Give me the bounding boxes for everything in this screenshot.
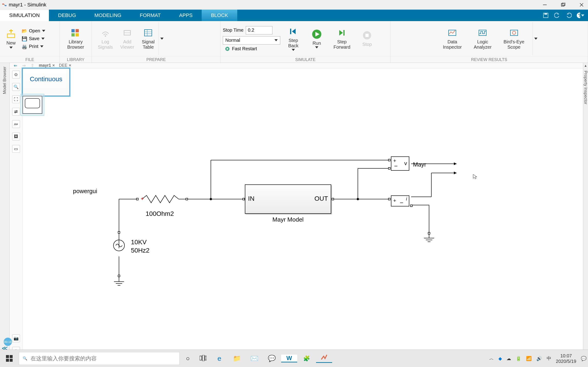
- model-browser-stub[interactable]: Model Browser ≪: [0, 63, 10, 355]
- start-button[interactable]: [1, 352, 17, 365]
- data-inspector-button[interactable]: Data Inspector: [439, 27, 465, 51]
- tray-battery-icon[interactable]: 🔋: [516, 356, 521, 361]
- redo-button[interactable]: [565, 11, 573, 19]
- area-button[interactable]: ▭: [12, 145, 20, 153]
- save-button[interactable]: 💾Save: [20, 35, 47, 42]
- zoom-button[interactable]: 🔍: [12, 83, 20, 91]
- run-button[interactable]: Run: [306, 28, 327, 49]
- mayr-model-block[interactable]: IN OUT: [245, 184, 331, 214]
- section-library-label: LIBRARY: [60, 56, 92, 63]
- search-input[interactable]: [31, 355, 176, 362]
- mayr-out-port[interactable]: [332, 198, 334, 200]
- mayr-in-port[interactable]: [242, 198, 245, 200]
- tab-simulation[interactable]: SIMULATION: [0, 10, 49, 21]
- resistor-port-2[interactable]: [186, 198, 188, 200]
- fit-to-screen-button[interactable]: ⛶: [12, 95, 20, 103]
- tab-modeling[interactable]: MODELING: [85, 10, 130, 21]
- recording-badge[interactable]: 00:18: [4, 338, 12, 346]
- vmeas-plus-port[interactable]: [388, 159, 390, 161]
- powergui-block[interactable]: Continuous ⤳: [23, 68, 69, 96]
- close-button[interactable]: [577, 1, 586, 8]
- powergui-label: powergui: [61, 188, 109, 195]
- matlab-icon[interactable]: [316, 354, 332, 363]
- undo-button[interactable]: [553, 11, 561, 19]
- step-back-button[interactable]: Step Back: [283, 25, 304, 52]
- maximize-button[interactable]: [559, 1, 568, 8]
- new-icon: [6, 29, 16, 39]
- scroll-up-icon[interactable]: ▲: [583, 63, 588, 68]
- tray-ime[interactable]: 中: [547, 355, 551, 361]
- tray-clock[interactable]: 10:07 2020/5/19: [556, 353, 576, 364]
- current-measurement-block[interactable]: +−i: [391, 195, 409, 206]
- vmeas-label: Mayr: [413, 161, 426, 168]
- new-button[interactable]: New: [2, 28, 20, 50]
- fit-view-button[interactable]: ⊙: [12, 71, 20, 78]
- svg-rect-34: [343, 30, 345, 35]
- tab-apps[interactable]: APPS: [170, 10, 202, 21]
- title-bar: mayr1 - Simulink: [0, 0, 588, 10]
- task-view-button[interactable]: [196, 355, 210, 362]
- tray-onedrive-icon[interactable]: ◆: [498, 356, 502, 361]
- annotation-button[interactable]: A≡: [12, 120, 20, 128]
- cortana-button[interactable]: ○: [181, 355, 195, 362]
- edge-icon[interactable]: e: [211, 355, 227, 362]
- explorer-icon[interactable]: 📁: [229, 355, 245, 362]
- doctab-dee[interactable]: DEE×: [58, 63, 72, 68]
- diagram-canvas[interactable]: Continuous ⤳ powergui 100Ohm2 + 10KV 50H…: [23, 68, 578, 355]
- source-port-bot[interactable]: [118, 275, 120, 277]
- birdseye-button[interactable]: Bird's-Eye Scope: [500, 27, 528, 51]
- nav-fwd: ⇒: [21, 63, 27, 68]
- print-button[interactable]: 🖨️Print: [20, 43, 47, 50]
- wps-icon[interactable]: W: [281, 355, 297, 362]
- nav-back[interactable]: ⇐: [12, 63, 19, 68]
- wechat-icon[interactable]: 💬: [264, 355, 280, 362]
- step-forward-button[interactable]: Step Forward: [330, 27, 354, 51]
- save-quick-button[interactable]: [542, 11, 550, 19]
- simulink-icon: [2, 2, 7, 7]
- doctab-mayr1[interactable]: mayr1×: [38, 63, 56, 68]
- close-icon[interactable]: ×: [69, 63, 71, 68]
- svg-rect-69: [6, 359, 9, 362]
- property-inspector-stub[interactable]: ▲ Property Inspector: [583, 63, 588, 355]
- log-signals-button: Log Signals: [94, 27, 117, 51]
- tray-notifications-icon[interactable]: 💬: [581, 356, 587, 361]
- open-button[interactable]: 📂Open: [20, 27, 47, 34]
- tab-debug[interactable]: DEBUG: [49, 10, 85, 21]
- tray-volume-icon[interactable]: 🔊: [536, 356, 542, 361]
- tray-wifi-icon[interactable]: 📶: [526, 356, 532, 361]
- sample-time-button[interactable]: ⇄: [12, 108, 20, 116]
- image-button[interactable]: 🖼: [12, 133, 20, 140]
- section-review-label: REVIEW RESULTS: [390, 56, 588, 63]
- scope-block[interactable]: [23, 96, 42, 114]
- review-gallery-dropdown[interactable]: [533, 22, 539, 55]
- taskbar-search[interactable]: 🔍: [19, 352, 180, 365]
- mail-icon[interactable]: ✉️: [246, 355, 262, 362]
- sim-mode-dropdown[interactable]: Normal: [223, 36, 280, 44]
- minimize-button[interactable]: [540, 1, 549, 8]
- svg-point-65: [113, 240, 124, 251]
- tray-cloud-icon[interactable]: ☁: [506, 356, 511, 361]
- fast-restart-button[interactable]: Fast Restart: [223, 45, 280, 52]
- tray-chevron-icon[interactable]: ︿: [489, 355, 494, 361]
- screenshot-button[interactable]: 📷: [12, 334, 20, 342]
- stop-icon: [362, 30, 372, 40]
- folder-open-icon: 📂: [22, 28, 27, 34]
- app-icon[interactable]: 🧩: [299, 355, 315, 362]
- stop-time-input[interactable]: [246, 26, 272, 34]
- save-icon: 💾: [22, 36, 27, 42]
- close-icon[interactable]: ×: [52, 63, 55, 68]
- imeas-minus-port[interactable]: [410, 205, 413, 207]
- prepare-gallery-dropdown[interactable]: [158, 22, 165, 55]
- vmeas-minus-port[interactable]: [388, 167, 390, 169]
- voltage-measurement-block[interactable]: +−v: [391, 156, 409, 171]
- help-button[interactable]: ?: [576, 11, 584, 19]
- tab-block[interactable]: BLOCK: [202, 10, 237, 21]
- logic-analyzer-button[interactable]: Logic Analyzer: [470, 27, 495, 51]
- source-port-top[interactable]: [118, 231, 120, 234]
- imeas-plus-port[interactable]: [388, 198, 390, 200]
- resistor-port-1[interactable]: [136, 198, 138, 200]
- signal-table-button[interactable]: Signal Table: [138, 27, 158, 51]
- ground-port[interactable]: [428, 232, 430, 234]
- library-browser-button[interactable]: Library Browser: [64, 27, 88, 51]
- tab-format[interactable]: FORMAT: [130, 10, 170, 21]
